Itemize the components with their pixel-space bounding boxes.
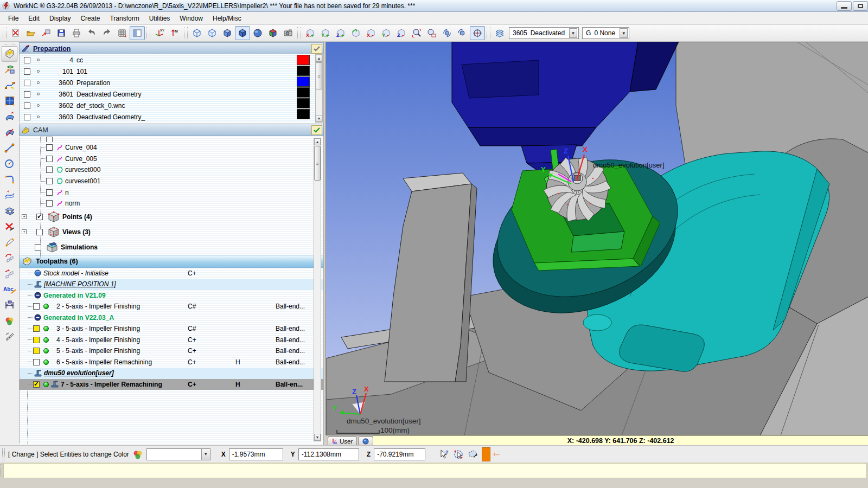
toolpath-checkbox[interactable] <box>33 359 40 365</box>
toolpath-row-group[interactable]: Generated in V21.09 <box>20 290 323 301</box>
scroll-up-arrow[interactable]: ▲ <box>316 55 322 62</box>
tree-checkbox[interactable] <box>46 200 53 207</box>
text-annotation-button[interactable]: Abc <box>2 282 17 297</box>
corner-fillet-button[interactable] <box>2 172 17 187</box>
toolpath-checkbox[interactable] <box>33 348 40 354</box>
view-solid-button[interactable] <box>235 26 250 40</box>
origin-m-button[interactable]: M <box>167 26 182 40</box>
prep-radio[interactable] <box>37 104 40 107</box>
minimize-button[interactable] <box>837 1 852 11</box>
expand-icon[interactable]: + <box>22 229 27 234</box>
view-wireframe-button[interactable] <box>189 26 205 40</box>
transform-rotate-button[interactable] <box>2 251 17 266</box>
prep-radio[interactable] <box>37 70 40 73</box>
lasso-select-button[interactable] <box>465 447 480 461</box>
tree-row-curve[interactable]: Curve_005 <box>20 153 323 165</box>
viewport-3d[interactable]: Y Z X dmu50_evolution[user] Y Z X dmu50_… <box>326 42 868 435</box>
tree-row-curve[interactable]: Curve_004 <box>20 142 323 153</box>
prep-scrollbar[interactable]: ▲ ▼ <box>315 54 323 123</box>
toolpath-row-group[interactable]: Generated in V22.03_A <box>20 312 323 324</box>
menu-create[interactable]: Create <box>75 13 105 24</box>
freehand-edit-button[interactable] <box>2 235 17 250</box>
toolpath-manager-button[interactable] <box>2 46 17 61</box>
scroll-thumb[interactable] <box>316 62 322 89</box>
pan-view-button[interactable] <box>455 26 470 40</box>
tree-node-simulations[interactable]: Simulations <box>20 240 323 255</box>
tree-checkbox[interactable] <box>46 189 53 196</box>
toolpath-checkbox[interactable] <box>33 303 40 310</box>
toolpath-checkbox[interactable] <box>33 381 40 388</box>
view-z-plus-button[interactable]: Z+ <box>333 26 348 40</box>
level-dropdown-arrow[interactable]: ▼ <box>569 28 577 38</box>
menu-help[interactable]: Help/Misc <box>208 13 246 24</box>
tree-row-curve[interactable]: n <box>20 187 323 198</box>
view-z-minus-button[interactable]: Z- <box>394 26 409 40</box>
prep-checkbox[interactable] <box>24 57 30 63</box>
z-coordinate-input[interactable] <box>374 448 425 460</box>
color-swatch[interactable] <box>297 98 310 108</box>
snapshot-button[interactable] <box>280 26 296 40</box>
tree-checkbox[interactable] <box>36 229 43 235</box>
view-material-button[interactable] <box>265 26 280 40</box>
menu-utilities[interactable]: Utilities <box>144 13 175 24</box>
tab-user-view[interactable]: User <box>328 436 357 445</box>
cam-scrollbar[interactable]: ▲ ▼ <box>314 138 321 441</box>
tree-checkbox[interactable] <box>46 144 53 151</box>
tree-row-curveset[interactable]: curveset001 <box>20 176 323 187</box>
color-swatch[interactable] <box>297 109 310 119</box>
view-x-minus-button[interactable]: X- <box>363 26 379 40</box>
toolpath-checkbox[interactable] <box>33 337 40 343</box>
prep-checkbox[interactable] <box>24 80 30 86</box>
view-hidden-line-button[interactable] <box>205 26 220 40</box>
measure-tool-button[interactable] <box>2 329 17 344</box>
circle-create-button[interactable] <box>2 156 17 171</box>
prep-row[interactable]: 3603 Deactivated Geometry_ <box>20 111 323 123</box>
tree-checkbox[interactable] <box>46 156 53 162</box>
prep-radio[interactable] <box>37 93 40 95</box>
level-dropdown[interactable]: 3605 Deactivated ▼ <box>509 27 579 39</box>
cam-apply-button[interactable] <box>311 125 322 135</box>
tree-row-curve[interactable]: norm <box>20 198 323 209</box>
y-coordinate-input[interactable] <box>298 448 359 460</box>
tree-node-views[interactable]: + Views (3) <box>20 224 323 240</box>
toolpath-row-selected[interactable]: 7 - 5-axis - Impeller Remachining C+ H B… <box>20 379 323 390</box>
import-file-button[interactable] <box>39 26 54 40</box>
view-shaded-button[interactable] <box>220 26 235 40</box>
plane-sketch-button[interactable] <box>2 203 17 219</box>
view-perspective-button[interactable] <box>250 26 265 40</box>
origin-xy-button[interactable]: XY <box>152 26 167 40</box>
view-x-plus-button[interactable]: X+ <box>303 26 318 40</box>
window-layout-button[interactable] <box>130 26 145 40</box>
toolpath-row[interactable]: 4 - 5-axis - Impeller Finishing C+ Ball-… <box>20 335 323 346</box>
prep-row[interactable]: 4 cc <box>20 54 323 66</box>
toolpath-row-machine[interactable]: dmu50 evolution[user] <box>20 368 323 379</box>
preparation-header[interactable]: Preparation <box>19 42 324 55</box>
rotate-view-button[interactable] <box>439 26 455 40</box>
prep-row[interactable]: 3600 Preparation <box>20 77 323 88</box>
close-file-button[interactable] <box>8 26 23 40</box>
color-swatch[interactable] <box>297 76 310 87</box>
prep-checkbox[interactable] <box>24 91 30 98</box>
prep-row[interactable]: 3602 def_stock_0.wnc <box>20 100 323 111</box>
prep-row[interactable]: 3601 Deactivated Geometry <box>20 88 323 100</box>
color-swatch[interactable] <box>297 55 310 65</box>
color-swatch[interactable] <box>297 66 310 76</box>
prep-radio[interactable] <box>37 59 40 61</box>
menu-display[interactable]: Display <box>44 13 75 24</box>
view-y-plus-button[interactable]: Y+ <box>318 26 333 40</box>
menu-transform[interactable]: Transform <box>105 13 144 24</box>
tree-checkbox[interactable] <box>36 214 43 220</box>
x-coordinate-input[interactable] <box>229 448 283 460</box>
menu-edit[interactable]: Edit <box>23 13 44 24</box>
grid-toggle-button[interactable] <box>114 26 130 40</box>
curve-sketch-button[interactable] <box>2 78 17 93</box>
view-iso-button[interactable] <box>348 26 363 40</box>
g-dropdown-arrow[interactable]: ▼ <box>620 28 628 38</box>
prep-checkbox[interactable] <box>24 102 30 109</box>
redo-button[interactable] <box>99 26 114 40</box>
color-dropdown-arrow[interactable]: ▼ <box>201 449 210 460</box>
print-button[interactable] <box>69 26 84 40</box>
pick-entity-button[interactable]: ? <box>437 447 451 461</box>
select-points-button[interactable] <box>451 447 465 461</box>
transform-move-button[interactable] <box>2 266 17 281</box>
